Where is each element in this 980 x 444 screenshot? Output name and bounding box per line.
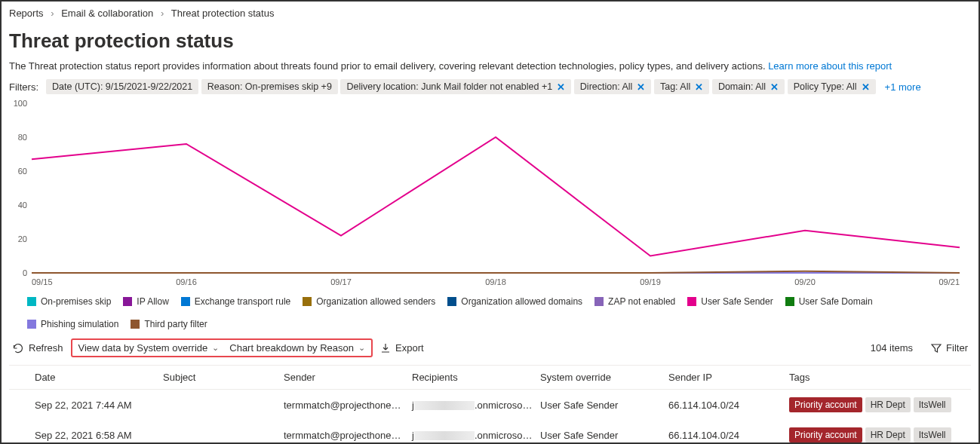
svg-text:09/16: 09/16 bbox=[176, 277, 197, 286]
legend-label: On-premises skip bbox=[41, 296, 111, 307]
chart-breakdown-dropdown[interactable]: Chart breakdown by Reason ⌄ bbox=[229, 342, 365, 354]
legend-item[interactable]: ZAP not enabled bbox=[594, 296, 675, 307]
cell-override: User Safe Sender bbox=[537, 390, 665, 421]
legend-item[interactable]: User Safe Sender bbox=[687, 296, 773, 307]
svg-text:09/15: 09/15 bbox=[32, 277, 53, 286]
filter-chip[interactable]: Tag: All✕ bbox=[654, 79, 709, 94]
close-icon[interactable]: ✕ bbox=[862, 82, 870, 92]
chevron-down-icon: ⌄ bbox=[212, 343, 219, 353]
refresh-button[interactable]: Refresh bbox=[12, 342, 63, 354]
filter-chip[interactable]: Policy Type: All✕ bbox=[788, 79, 876, 94]
svg-text:09/19: 09/19 bbox=[640, 277, 661, 286]
legend-label: Phishing simulation bbox=[41, 319, 118, 329]
export-button[interactable]: Export bbox=[380, 342, 424, 354]
tag-badge[interactable]: HR Dept bbox=[865, 427, 911, 442]
close-icon[interactable]: ✕ bbox=[770, 82, 779, 92]
cell-subject bbox=[160, 420, 281, 444]
tag-badge[interactable]: ItsWell bbox=[914, 427, 951, 442]
tag-badge[interactable]: ItsWell bbox=[914, 397, 951, 412]
filter-chip-label: Date (UTC): 9/15/2021-9/22/2021 bbox=[52, 81, 192, 92]
tag-badge[interactable]: Priority account bbox=[789, 427, 862, 442]
legend-swatch bbox=[131, 320, 140, 329]
learn-more-link[interactable]: Learn more about this report bbox=[768, 60, 892, 72]
chevron-right-icon: › bbox=[51, 8, 54, 19]
breadcrumb-item[interactable]: Email & collaboration bbox=[61, 8, 153, 19]
legend-label: Organization allowed domains bbox=[461, 296, 582, 307]
legend-label: User Safe Domain bbox=[799, 296, 873, 307]
col-sender[interactable]: Sender bbox=[281, 366, 409, 390]
filter-chip[interactable]: Domain: All✕ bbox=[712, 79, 785, 94]
legend-item[interactable]: Organization allowed domains bbox=[447, 296, 582, 307]
filter-chip-label: Domain: All bbox=[718, 81, 766, 92]
chevron-down-icon: ⌄ bbox=[358, 343, 365, 353]
cell-sender: termmatch@projecthoneypot.org bbox=[281, 390, 409, 421]
row-gutter bbox=[9, 420, 32, 444]
legend-swatch bbox=[27, 320, 36, 329]
filter-chip[interactable]: Reason: On-premises skip +9 bbox=[201, 79, 338, 94]
close-icon[interactable]: ✕ bbox=[557, 82, 565, 92]
svg-text:80: 80 bbox=[18, 133, 27, 142]
legend-item[interactable]: User Safe Domain bbox=[785, 296, 873, 307]
col-subject[interactable]: Subject bbox=[160, 366, 281, 390]
col-recipients[interactable]: Recipients bbox=[409, 366, 537, 390]
filter-chip[interactable]: Delivery location: Junk Mail folder not … bbox=[340, 79, 571, 94]
legend-swatch bbox=[303, 297, 312, 306]
legend-item[interactable]: Phishing simulation bbox=[27, 319, 118, 329]
filter-chip[interactable]: Direction: All✕ bbox=[574, 79, 651, 94]
svg-text:09/21: 09/21 bbox=[939, 277, 960, 286]
row-gutter bbox=[9, 390, 32, 421]
legend-swatch bbox=[785, 297, 794, 306]
chart-legend: On-premises skipIP AllowExchange transpo… bbox=[9, 293, 971, 334]
filter-chip[interactable]: Date (UTC): 9/15/2021-9/22/2021 bbox=[46, 79, 198, 94]
filter-chip-label: Tag: All bbox=[660, 81, 690, 92]
filter-chip-label: Reason: On-premises skip +9 bbox=[207, 81, 332, 92]
items-count: 104 items bbox=[871, 342, 913, 354]
legend-swatch bbox=[447, 297, 456, 306]
export-label: Export bbox=[395, 342, 424, 354]
breadcrumb: Reports › Email & collaboration › Threat… bbox=[9, 6, 971, 25]
svg-text:09/18: 09/18 bbox=[485, 277, 506, 286]
cell-tags: Priority accountHR DeptItsWell bbox=[786, 420, 971, 444]
description-text: The Threat protection status report prov… bbox=[9, 60, 766, 72]
svg-text:60: 60 bbox=[18, 167, 27, 176]
refresh-label: Refresh bbox=[29, 342, 63, 354]
view-data-dropdown[interactable]: View data by System override ⌄ bbox=[78, 342, 220, 354]
tag-badge[interactable]: Priority account bbox=[789, 397, 862, 412]
cell-subject bbox=[160, 390, 281, 421]
cell-date: Sep 22, 2021 6:58 AM bbox=[32, 420, 160, 444]
legend-item[interactable]: Organization allowed senders bbox=[303, 296, 435, 307]
refresh-icon bbox=[12, 342, 24, 354]
breadcrumb-item[interactable]: Reports bbox=[9, 8, 44, 19]
filter-button[interactable]: Filter bbox=[931, 342, 968, 354]
col-sender-ip[interactable]: Sender IP bbox=[665, 366, 786, 390]
filters-more-link[interactable]: +1 more bbox=[885, 81, 921, 93]
svg-text:40: 40 bbox=[18, 201, 27, 210]
svg-text:0: 0 bbox=[23, 268, 27, 277]
breadcrumb-item: Threat protection status bbox=[171, 8, 275, 19]
col-tags[interactable]: Tags bbox=[786, 366, 971, 390]
cell-recipients: j.onmicrosoft.com bbox=[409, 420, 537, 444]
chart-breakdown-label: Chart breakdown by Reason bbox=[229, 342, 354, 354]
redacted-text bbox=[414, 401, 475, 410]
legend-item[interactable]: Exchange transport rule bbox=[181, 296, 290, 307]
legend-label: Exchange transport rule bbox=[195, 296, 290, 307]
col-date[interactable]: Date bbox=[32, 366, 160, 390]
legend-item[interactable]: IP Allow bbox=[123, 296, 168, 307]
download-icon bbox=[380, 343, 391, 354]
table-row[interactable]: Sep 22, 2021 6:58 AMtermmatch@projecthon… bbox=[9, 420, 971, 444]
filter-chip-label: Direction: All bbox=[580, 81, 632, 92]
view-data-label: View data by System override bbox=[78, 342, 208, 354]
cell-sender-ip: 66.114.104.0/24 bbox=[665, 390, 786, 421]
svg-text:09/20: 09/20 bbox=[794, 277, 816, 286]
table-row[interactable]: Sep 22, 2021 7:44 AMtermmatch@projecthon… bbox=[9, 390, 971, 421]
legend-item[interactable]: Third party filter bbox=[131, 319, 207, 329]
tag-badge[interactable]: HR Dept bbox=[865, 397, 911, 412]
filter-label: Filter bbox=[946, 342, 968, 354]
col-system-override[interactable]: System override bbox=[537, 366, 665, 390]
series-line bbox=[32, 137, 960, 256]
close-icon[interactable]: ✕ bbox=[637, 82, 645, 92]
close-icon[interactable]: ✕ bbox=[695, 82, 703, 92]
cell-date: Sep 22, 2021 7:44 AM bbox=[32, 390, 160, 421]
chart-area: 02040608010009/1509/1609/1709/1809/1909/… bbox=[9, 97, 971, 293]
legend-item[interactable]: On-premises skip bbox=[27, 296, 111, 307]
